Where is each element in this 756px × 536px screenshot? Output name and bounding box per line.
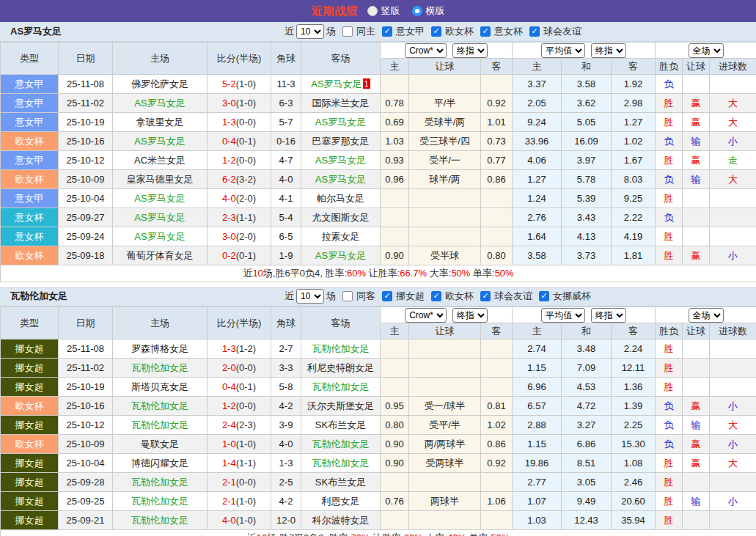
corner-score: 2-7 — [271, 339, 301, 359]
handicap-line — [409, 473, 481, 492]
handicap-result-cell: 输 — [683, 170, 710, 189]
col-avg-draw: 和 — [562, 59, 612, 75]
league-checkbox-2[interactable] — [431, 291, 441, 301]
handicap-line — [409, 339, 481, 359]
avg-home-odds: 9.24 — [513, 113, 562, 132]
away-team: 科尔波特女足 — [301, 511, 381, 530]
col-avg-home: 主 — [513, 59, 562, 75]
result-cell: 胜 — [656, 511, 683, 530]
col-home-odds: 主 — [381, 323, 409, 339]
result-cell: 负 — [656, 75, 683, 94]
topbar: 近期战绩 竖版 横版 — [0, 0, 756, 22]
match-row: 意女杯25-09-27AS罗马女足2-3(1-1)5-4尤文图斯女足2.763.… — [1, 208, 756, 227]
same-away-checkbox[interactable] — [342, 291, 353, 301]
handicap-result-cell — [683, 511, 710, 530]
match-rows: 挪女超25-11-08罗森博格女足1-3(1-2)2-7瓦勒伦加女足2.743.… — [1, 339, 756, 530]
final-odds-select-2[interactable]: 终指 — [591, 43, 626, 58]
league-checkbox-1[interactable] — [382, 26, 392, 37]
avg-draw-odds: 5.05 — [562, 113, 612, 132]
col-handicap: 让球 — [409, 59, 481, 75]
league-checkbox-2[interactable] — [431, 26, 441, 37]
home-team: 博德闪耀女足 — [113, 454, 208, 473]
recent-count-select[interactable]: 10 — [296, 289, 324, 304]
avg-home-odds: 1.27 — [513, 170, 562, 189]
handicap-home-odds: 1.03 — [381, 132, 409, 151]
final-odds-select-2[interactable]: 终指 — [591, 308, 626, 323]
average-select[interactable]: 平均值 — [541, 43, 585, 58]
match-date: 25-09-27 — [59, 208, 113, 227]
home-team: AS罗马女足 — [113, 227, 208, 246]
avg-draw-odds: 3.62 — [562, 94, 612, 113]
avg-away-odds: 4.19 — [612, 227, 656, 246]
result-cell: 胜 — [656, 339, 683, 359]
league-badge: 挪女超 — [1, 359, 59, 378]
match-score: 1-2(0-0) — [208, 397, 271, 416]
result-cell: 负 — [656, 170, 683, 189]
vertical-layout-radio[interactable]: 竖版 — [367, 4, 400, 18]
league-badge: 意女甲 — [1, 151, 59, 170]
avg-away-odds: 8.03 — [612, 170, 656, 189]
col-result: 胜负 — [656, 323, 683, 339]
match-row: 意女甲25-11-02AS罗马女足3-0(1-0)6-3国际米兰女足0.78平/… — [1, 94, 756, 113]
result-cell: 胜 — [656, 378, 683, 397]
avg-draw-odds: 3.27 — [562, 416, 612, 435]
handicap-result-cell: 赢 — [683, 151, 710, 170]
avg-home-odds: 1.64 — [513, 227, 562, 246]
result-cell: 胜 — [656, 151, 683, 170]
league-label-1: 意女甲 — [396, 25, 425, 38]
handicap-line — [409, 189, 481, 208]
section-bar: AS罗马女足 近 10 场 同主 意女甲 欧女杯 意女杯 球会友谊 — [0, 22, 756, 42]
match-row: 欧女杯25-10-09曼联女足1-0(1-0)4-0瓦勒伦加女足0.90两/两球… — [1, 435, 756, 454]
horizontal-layout-label: 横版 — [426, 4, 445, 18]
summary-line: 近10场,胜6平0负4, 胜率:60% 让胜率:66.7% 大率:50% 单率:… — [243, 268, 513, 279]
avg-draw-odds: 5.78 — [562, 170, 612, 189]
recent-count-select[interactable]: 10 — [296, 24, 324, 39]
away-team: 利恩女足 — [301, 492, 381, 511]
avg-away-odds: 20.60 — [612, 492, 656, 511]
final-odds-select[interactable]: 终指 — [452, 308, 488, 323]
filter-controls: 近 10 场 同客 挪女超 欧女杯 球会友谊 女挪威杯 — [285, 289, 591, 304]
result-cell: 负 — [656, 132, 683, 151]
bookmaker-select[interactable]: Crow* — [405, 43, 447, 58]
away-team: 瓦勒伦加女足 — [301, 339, 381, 359]
avg-away-odds: 12.11 — [612, 359, 656, 378]
match-date: 25-11-02 — [59, 359, 113, 378]
result-cell: 负 — [656, 416, 683, 435]
league-checkbox-4[interactable] — [529, 26, 540, 37]
match-date: 25-09-28 — [59, 473, 113, 492]
goals-result-cell — [710, 359, 756, 378]
match-date: 25-10-16 — [59, 132, 113, 151]
league-badge: 欧女杯 — [1, 246, 59, 265]
same-home-checkbox[interactable] — [342, 26, 353, 37]
final-odds-select[interactable]: 终指 — [452, 43, 488, 58]
average-select[interactable]: 平均值 — [541, 308, 585, 323]
scope-select[interactable]: 全场 — [689, 43, 724, 58]
col-corner: 角球 — [271, 43, 301, 75]
result-cell: 胜 — [656, 454, 683, 473]
result-cell: 负 — [656, 435, 683, 454]
handicap-result-cell — [683, 189, 710, 208]
header-group-row: 类型 日期 主场 比分(半场) 角球 客场 Crow* 终指 平均值 终指 全场 — [1, 307, 756, 323]
scope-select[interactable]: 全场 — [689, 308, 724, 323]
goals-result-cell: 小 — [710, 246, 756, 265]
match-row: 挪女超25-09-21瓦勒伦加女足4-0(1-0)12-0科尔波特女足1.031… — [1, 511, 756, 530]
away-team: 沃尔夫斯堡女足 — [301, 397, 381, 416]
match-score: 1-3(1-2) — [208, 339, 271, 359]
league-checkbox-3[interactable] — [480, 26, 491, 37]
horizontal-layout-radio[interactable]: 横版 — [412, 4, 445, 18]
corner-score: 4-2 — [271, 492, 301, 511]
col-goals: 进球数 — [710, 59, 756, 75]
section-valerenga: 瓦勒伦加女足 近 10 场 同客 挪女超 欧女杯 球会友谊 女挪威杯 类型 — [0, 287, 756, 536]
league-checkbox-3[interactable] — [480, 291, 491, 301]
match-score: 3-0(1-0) — [208, 94, 271, 113]
corner-score: 4-2 — [271, 397, 301, 416]
col-date: 日期 — [59, 43, 113, 75]
avg-home-odds: 1.07 — [513, 492, 562, 511]
avg-home-odds: 6.57 — [513, 397, 562, 416]
league-checkbox-4[interactable] — [539, 291, 549, 301]
league-checkbox-1[interactable] — [382, 291, 392, 301]
match-date: 25-10-12 — [59, 416, 113, 435]
average-group-header: 平均值 终指 — [513, 307, 656, 323]
bookmaker-select[interactable]: Crow* — [405, 308, 447, 323]
league-badge: 欧女杯 — [1, 132, 59, 151]
